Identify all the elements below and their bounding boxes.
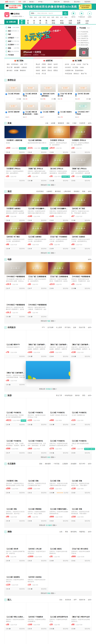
- section-filter-link[interactable]: 蛋糕: [65, 122, 69, 124]
- topbar-menu-item[interactable]: 我是商家▾: [83, 1, 91, 3]
- nav-item[interactable]: 团购: [25, 20, 31, 24]
- deal-card[interactable]: 【步行街】小米之家 仅售1999元！价值2299元的小米手机1部。 ¥1999 …: [26, 534, 48, 562]
- deal-card[interactable]: 演示图片 【港澳广场】庐州太太 仅售38元！最高价值45元的毛血旺，提供免费Wi…: [70, 154, 92, 182]
- info-link[interactable]: 豪华酒店: [7, 70, 12, 72]
- news-item[interactable]: [活动]2016父亲节，勇敢表达: [77, 33, 90, 35]
- city-selector[interactable]: 合肥[切换城市]: [5, 1, 15, 3]
- deal-card[interactable]: 演示图片 【万达广场】7天连锁酒店 仅售79元！价值99元的商务房入住1晚，提供…: [48, 222, 70, 250]
- info-link[interactable]: 贵池路美食街: [75, 70, 84, 72]
- register-link[interactable]: 注册: [23, 1, 26, 3]
- deal-card[interactable]: 演示图片 【之心城】520主题豪华酒店 仅售148元！价值398元的520 我爱…: [48, 194, 70, 222]
- deal-card[interactable]: 【之心城】微客版纳 象皮炖鸡原价888 现在只要0.01 ¥0.01 门店价 ¥…: [26, 126, 48, 154]
- news-item[interactable]: [特惠]力推农特产品品牌化: [77, 38, 90, 39]
- all-categories-button[interactable]: 全部分类: [4, 20, 18, 24]
- deal-card[interactable]: 演示图片 【步行街】布丁酒店 仅售98元！价值128元的大床房入住1晚，提供免费…: [4, 222, 26, 250]
- section-filter-link[interactable]: 自助餐: [49, 122, 55, 124]
- section-filter-link[interactable]: 美甲: [72, 599, 77, 601]
- section-filter-link[interactable]: 儿童摄影: [61, 463, 68, 465]
- news-item[interactable]: [公告]平台快报功能上线: [77, 31, 90, 33]
- info-link[interactable]: 步行街: [65, 63, 69, 65]
- deal-card[interactable]: 【摩尔广场】江南印象养生会所 仅售269元，价值299元单人养生套餐，免费WiF…: [48, 330, 70, 358]
- info-link[interactable]: 白水坝: [77, 63, 81, 65]
- view-all-bar[interactable]: 查看全部休闲娱乐团购 >: [4, 386, 92, 392]
- hot-word-link[interactable]: 家政: [56, 16, 59, 18]
- sidebar-category[interactable]: 休闲娱乐 KTV 足疗按摩 ›: [4, 36, 21, 40]
- section-filter-link[interactable]: 客栈: [81, 190, 85, 192]
- info-link[interactable]: 聚餐宴请: [20, 70, 26, 72]
- section-filter-link[interactable]: 景点门票: [56, 394, 62, 396]
- store-card[interactable]: 演示图片 【1912街区】伊伊丫丫零食铺 粉丝 3 已售: [74, 101, 92, 119]
- nav-item[interactable]: 积分商城: [58, 20, 67, 24]
- deal-card[interactable]: 演示图片 【之心城】520主题豪华酒店 仅售148元！价值398元的520 我爱…: [26, 194, 48, 222]
- section-filter-link[interactable]: 女装: [59, 531, 62, 533]
- section-filter-link[interactable]: 全部>: [86, 190, 92, 192]
- section-filter-link[interactable]: 漂流: [81, 394, 85, 396]
- hot-word-link[interactable]: 料理: [43, 16, 46, 18]
- deal-card[interactable]: 【之心城】爱家家政 仅售45元！价值60元的家庭保洁2小时，专业上门服务。 ¥4…: [26, 494, 48, 523]
- info-link[interactable]: 婚纱摄影: [14, 66, 20, 68]
- hot-word-link[interactable]: 酒店: [47, 16, 50, 18]
- view-all-bar[interactable]: 查看全部美食团购 >: [4, 182, 92, 188]
- nav-item[interactable]: 限时活动: [50, 20, 58, 24]
- nav-item[interactable]: 预约: [44, 20, 50, 24]
- info-link[interactable]: 大铺头: [80, 66, 84, 68]
- deal-card[interactable]: 【摩尔广场】伊美SPA会所 仅售88元！价值198元的全身精油SPA1次。 ¥8…: [70, 602, 92, 630]
- hot-word-link[interactable]: 火锅: [38, 16, 41, 18]
- store-card[interactable]: 演示图片 【万达广场】橙子摄影工作室 粉丝 15 已售: [57, 83, 74, 101]
- deal-card[interactable]: 【之心城】唛田KTV 【1912街区】唛田KTV ¥78 门店价 ¥358 已售…: [4, 330, 26, 358]
- info-link[interactable]: 肥西县: [53, 70, 58, 72]
- section-filter-link[interactable]: 小龙虾: [71, 122, 77, 124]
- section-filter-link[interactable]: 全部>: [86, 463, 92, 465]
- deal-card[interactable]: 演示图片 【步行街】汉庭酒店 仅售89元！价值119元的大床房入住1晚，提供免费…: [70, 222, 92, 250]
- hot-word-link[interactable]: 洗车: [60, 16, 63, 18]
- info-link[interactable]: 经开区: [36, 66, 40, 68]
- section-filter-link[interactable]: 全部>: [86, 394, 92, 396]
- hot-word-link[interactable]: 酒店: [34, 16, 37, 18]
- info-link[interactable]: 华润五彩城: [65, 73, 72, 74]
- deal-card[interactable]: 【之心城】中外旅行社 厦门5日自由行(5钻)·【五星爆款大促】最高减688特卖汇…: [4, 398, 26, 426]
- view-all-bar[interactable]: 查看全部电影团购 >: [4, 318, 92, 324]
- info-link[interactable]: 大唐国际乐购: [65, 70, 73, 72]
- section-filter-link[interactable]: 度假酒店: [72, 190, 80, 192]
- deal-card[interactable]: 演示图片 【万达广场】正鼎国际影城 仅售23.9元！价值70元的电影票1张，可观…: [48, 262, 70, 290]
- section-filter-link[interactable]: 瘦身纤体: [78, 599, 85, 601]
- search-input[interactable]: [36, 11, 62, 15]
- nav-item[interactable]: 社区o2o: [84, 20, 92, 24]
- info-link[interactable]: 长丰县: [36, 73, 40, 74]
- deal-card[interactable]: 【万达广场】纤体瘦身中心 仅售99元！价值299元的纤体塑形体验3次。 ¥99 …: [26, 630, 48, 644]
- info-link[interactable]: 经济型酒店: [11, 63, 18, 65]
- section-filter-link[interactable]: 全部>: [86, 599, 92, 601]
- deal-card[interactable]: 演示图片 【万达广场】正鼎国际影城 仅售30元！价值70元的电影票1张，提供免费…: [26, 262, 48, 290]
- section-filter-link[interactable]: 全部>: [86, 122, 92, 124]
- info-link[interactable]: 景点门票: [7, 66, 12, 68]
- section-filter-link[interactable]: 亲子游玩: [63, 326, 71, 328]
- section-filter-link[interactable]: 足疗按摩: [46, 326, 53, 328]
- deal-card[interactable]: 【2店通用】小易家店铺 拼团购 ¥200 门店价 ¥300 微信购买立减¥2 已…: [4, 126, 26, 154]
- section-filter-link[interactable]: 个性写真: [52, 463, 59, 465]
- topbar-menu-item[interactable]: 我的订单▾: [54, 1, 59, 3]
- info-link[interactable]: 蜀山区: [36, 63, 40, 65]
- deal-card[interactable]: 【之心城】巴黎春天婚纱摄影 仅售999元！价值1999元的婚纱照精选套系1份。 …: [48, 494, 70, 523]
- section-filter-link[interactable]: 男装: [64, 531, 68, 533]
- info-link[interactable]: 主题酒店: [21, 66, 27, 68]
- section-filter-link[interactable]: 主题酒店: [45, 190, 52, 192]
- section-filter-link[interactable]: 温泉: [72, 326, 76, 328]
- section-filter-link[interactable]: 美发: [59, 599, 62, 601]
- deal-card[interactable]: 【之心城】中外旅行社 【合肥】日照海滨+青岛3日游 ¥490 门店价 ¥590 …: [48, 398, 70, 426]
- info-link[interactable]: 自助餐: [14, 70, 18, 72]
- sidebar-category[interactable]: 酒店 经济型酒店 主题酒店 ›: [4, 29, 21, 33]
- deal-card[interactable]: 【摩尔广场】江南印象养生会所 仅售169元，价值199元单人养生套餐，免费WiF…: [26, 330, 48, 358]
- info-link[interactable]: 高新区: [36, 70, 40, 72]
- deal-card[interactable]: 【步行街】千丝缘美发 仅售168元！价值398元的烫染任选套餐1次。 ¥168 …: [26, 602, 48, 630]
- sidebar-category[interactable]: 电影 ›: [4, 33, 21, 36]
- deal-card[interactable]: 演示图片 【1912街区】中影国际影城 仅售25元！最高价值80元的单人观影券，…: [70, 262, 92, 290]
- view-all-bar[interactable]: 查看全部酒店团购 >: [4, 250, 92, 256]
- deal-card[interactable]: 【1912街区】中影国际影城 仅售16.2元！价值20元的小桶爆米花*1+现调饮…: [4, 290, 26, 318]
- section-filter-link[interactable]: 全部>: [86, 531, 92, 533]
- deal-card[interactable]: 演示图片 【步行街】布丁酒店 仅售67元！价值118元的入住1晚，可报主题房（圆…: [70, 194, 92, 222]
- deal-card[interactable]: 【4店通用】花海 仅售299元，价值599元99支心形鲜花礼盒速递 七夕情人节圣…: [4, 466, 26, 494]
- info-link[interactable]: 1912街区: [65, 66, 71, 68]
- info-link[interactable]: 滨湖区: [48, 66, 52, 68]
- info-link[interactable]: 庐江县: [42, 73, 46, 74]
- wechat-version-menu[interactable]: 微信版▾: [29, 1, 34, 3]
